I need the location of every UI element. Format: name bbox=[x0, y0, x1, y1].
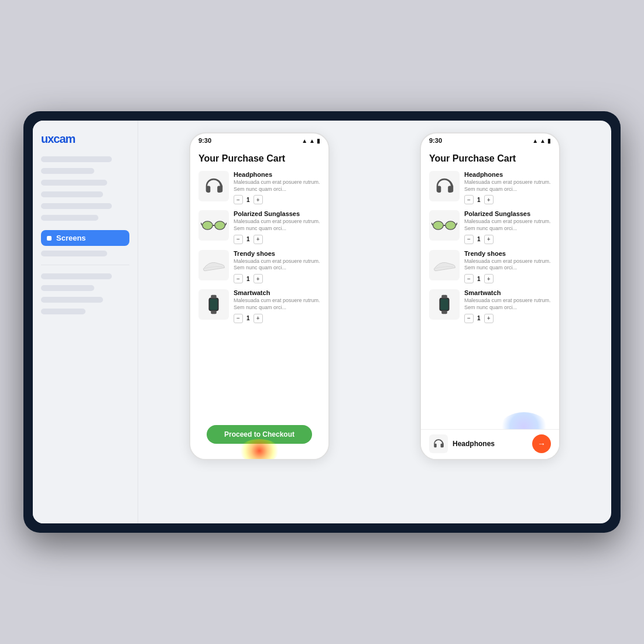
sidebar: uxcam Screens bbox=[33, 121, 138, 523]
phone1-product-3-desc: Malesuada cum erat posuere rutrum. Sem n… bbox=[234, 258, 320, 272]
phone1-product-4-image bbox=[198, 289, 229, 320]
phone1-product-2-qty: − 1 + bbox=[234, 235, 320, 244]
phone2-qty-minus-4[interactable]: − bbox=[464, 314, 474, 323]
phone2-qty-val-3: 1 bbox=[477, 276, 481, 282]
phone2-product-2: Polarized Sunglasses Malesuada cum erat … bbox=[429, 210, 551, 244]
phone2-product-4-desc: Malesuada cum erat posuere rutrum. Sem n… bbox=[464, 297, 551, 311]
sidebar-bottom-item[interactable] bbox=[41, 285, 94, 291]
signal-icon: ▲ bbox=[302, 138, 307, 144]
sidebar-divider bbox=[41, 265, 129, 265]
svg-rect-15 bbox=[440, 299, 448, 310]
svg-rect-16 bbox=[441, 295, 447, 299]
phone1-product-2: Polarized Sunglasses Malesuada cum erat … bbox=[198, 210, 320, 244]
phone2-next-button[interactable]: → bbox=[532, 434, 551, 453]
sidebar-nav-item[interactable] bbox=[41, 168, 94, 174]
phone2-product-4-info: Smartwatch Malesuada cum erat posuere ru… bbox=[464, 289, 551, 323]
wifi-icon: ▲ bbox=[309, 138, 315, 144]
phone1-product-2-desc: Malesuada cum erat posuere rutrum. Sem n… bbox=[234, 218, 320, 232]
sidebar-nav-item[interactable] bbox=[41, 251, 107, 256]
sidebar-bottom-item[interactable] bbox=[41, 297, 103, 303]
phone2-product-1-name: Headphones bbox=[464, 171, 551, 178]
phone1-qty-plus-4[interactable]: + bbox=[254, 314, 263, 323]
phone1-qty-plus-3[interactable]: + bbox=[254, 274, 263, 283]
phone1-product-2-name: Polarized Sunglasses bbox=[234, 210, 320, 217]
phone2-time: 9:30 bbox=[429, 137, 442, 144]
device-frame: uxcam Screens bbox=[23, 111, 621, 533]
phone2-product-4-image bbox=[429, 289, 460, 320]
phone1-qty-minus-4[interactable]: − bbox=[234, 314, 243, 323]
svg-rect-6 bbox=[210, 299, 217, 310]
sidebar-nav-item[interactable] bbox=[41, 156, 112, 162]
phone1-product-4-qty: − 1 + bbox=[234, 314, 320, 323]
phone2-next-row: Headphones → bbox=[429, 434, 551, 453]
phone2-qty-plus-3[interactable]: + bbox=[484, 274, 494, 283]
phone2-wrapper: 9:30 ▲ ▲ ▮ Your Purchase Cart bbox=[420, 132, 560, 460]
phone1-product-3-name: Trendy shoes bbox=[234, 250, 320, 257]
phone1-product-1-qty: − 1 + bbox=[234, 195, 320, 204]
phone2-qty-plus-2[interactable]: + bbox=[484, 235, 494, 244]
phone2-product-3-desc: Malesuada cum erat posuere rutrum. Sem n… bbox=[464, 258, 551, 272]
phone1-qty-minus-3[interactable]: − bbox=[234, 274, 243, 283]
phone1-qty-plus-1[interactable]: + bbox=[254, 195, 263, 204]
sidebar-nav-item[interactable] bbox=[41, 203, 112, 209]
phone2-signal-icon: ▲ bbox=[540, 138, 546, 144]
phone1-time: 9:30 bbox=[198, 137, 211, 144]
phone1-qty-minus-1[interactable]: − bbox=[234, 195, 243, 204]
phone2-next-image bbox=[429, 434, 448, 453]
phone1-product-4: Smartwatch Malesuada cum erat posuere ru… bbox=[198, 289, 320, 323]
phone1-content: Your Purchase Cart Headphones bbox=[190, 148, 328, 457]
sidebar-bottom-item[interactable] bbox=[41, 309, 85, 314]
phone1-product-3-image bbox=[198, 250, 229, 280]
phone2-product-1: Headphones Malesuada cum erat posuere ru… bbox=[429, 171, 551, 204]
phone1-qty-val-4: 1 bbox=[246, 315, 250, 321]
phone1-product-1-desc: Malesuada cum erat posuere rutrum. Sem n… bbox=[234, 179, 320, 193]
phone1-product-3: Trendy shoes Malesuada cum erat posuere … bbox=[198, 250, 320, 283]
phone2-product-3-qty: − 1 + bbox=[464, 274, 551, 283]
phone2-product-4: Smartwatch Malesuada cum erat posuere ru… bbox=[429, 289, 551, 323]
battery-icon: ▮ bbox=[317, 138, 320, 144]
phone2-product-3-name: Trendy shoes bbox=[464, 250, 551, 257]
main-content: 9:30 ▲ ▲ ▮ Your Purchase Cart bbox=[138, 121, 611, 523]
screens-label: Screens bbox=[56, 234, 86, 242]
phone2-qty-val-1: 1 bbox=[477, 197, 481, 203]
phone2-wifi-icon: ▲ bbox=[532, 138, 538, 144]
sidebar-nav-item[interactable] bbox=[41, 191, 103, 197]
phone2-qty-minus-2[interactable]: − bbox=[464, 235, 474, 244]
phone2-qty-plus-1[interactable]: + bbox=[484, 195, 494, 204]
phone1-checkout-button[interactable]: Proceed to Checkout bbox=[207, 425, 312, 444]
phone1-product-2-info: Polarized Sunglasses Malesuada cum erat … bbox=[234, 210, 320, 244]
phone2-product-3: Trendy shoes Malesuada cum erat posuere … bbox=[429, 250, 551, 283]
logo: uxcam bbox=[41, 132, 129, 146]
phone2-product-3-info: Trendy shoes Malesuada cum erat posuere … bbox=[464, 250, 551, 283]
phone1-status-icons: ▲ ▲ ▮ bbox=[302, 138, 320, 144]
sidebar-bottom-item[interactable] bbox=[41, 273, 112, 279]
phone2-product-4-name: Smartwatch bbox=[464, 289, 551, 296]
phone2-cart-title: Your Purchase Cart bbox=[429, 153, 551, 164]
phone2-battery-icon: ▮ bbox=[547, 138, 551, 144]
phone1-qty-minus-2[interactable]: − bbox=[234, 235, 243, 244]
device-inner: uxcam Screens bbox=[33, 121, 611, 523]
phone1-qty-plus-2[interactable]: + bbox=[254, 235, 263, 244]
phone2-product-2-image bbox=[429, 210, 460, 241]
screens-dot-icon bbox=[47, 236, 52, 241]
phone2-qty-val-2: 1 bbox=[477, 236, 481, 242]
phone2-qty-minus-1[interactable]: − bbox=[464, 195, 474, 204]
sidebar-nav-item[interactable] bbox=[41, 180, 107, 186]
phone2-product-2-qty: − 1 + bbox=[464, 235, 551, 244]
phone1-container: 9:30 ▲ ▲ ▮ Your Purchase Cart bbox=[150, 132, 369, 512]
phone2-status-bar: 9:30 ▲ ▲ ▮ bbox=[421, 133, 559, 148]
sidebar-item-screens[interactable]: Screens bbox=[41, 230, 129, 246]
phone2-next-item-label: Headphones bbox=[453, 440, 495, 448]
phone1-product-4-info: Smartwatch Malesuada cum erat posuere ru… bbox=[234, 289, 320, 323]
phone1-product-1: Headphones Malesuada cum erat posuere ru… bbox=[198, 171, 320, 204]
phone2-product-1-info: Headphones Malesuada cum erat posuere ru… bbox=[464, 171, 551, 204]
phone2-qty-plus-4[interactable]: + bbox=[484, 314, 494, 323]
phone2-product-1-image bbox=[429, 171, 460, 201]
sidebar-nav-item[interactable] bbox=[41, 215, 98, 221]
phone2-qty-minus-3[interactable]: − bbox=[464, 274, 474, 283]
phone2-product-2-name: Polarized Sunglasses bbox=[464, 210, 551, 217]
phone1-qty-val-3: 1 bbox=[246, 276, 250, 282]
phone2-container: 9:30 ▲ ▲ ▮ Your Purchase Cart bbox=[381, 132, 600, 512]
svg-rect-8 bbox=[211, 311, 217, 314]
phone1-status-bar: 9:30 ▲ ▲ ▮ bbox=[190, 133, 328, 148]
